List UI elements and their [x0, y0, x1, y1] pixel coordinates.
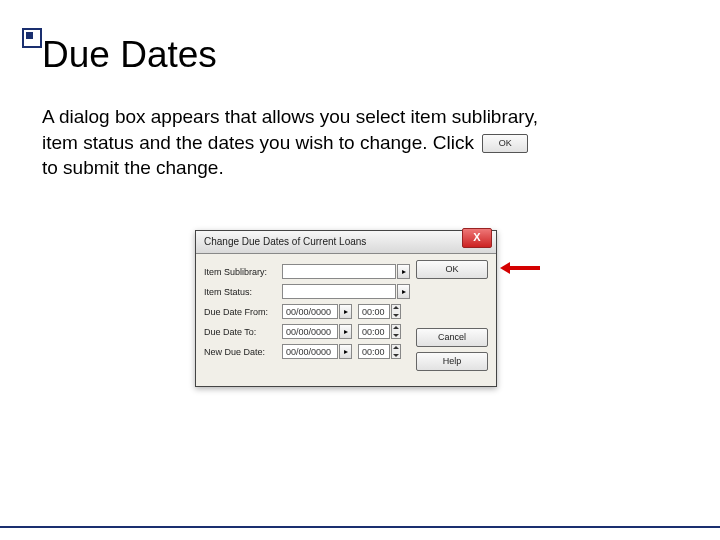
to-time-input[interactable]: 00:00	[358, 324, 390, 339]
sublibrary-label: Item Sublibrary:	[204, 267, 282, 277]
arrow-annotation	[500, 262, 540, 274]
to-time-spinner[interactable]	[391, 324, 401, 339]
footer-divider	[0, 526, 720, 528]
from-label: Due Date From:	[204, 307, 282, 317]
to-date-input[interactable]: 00/00/0000	[282, 324, 338, 339]
from-time-spinner[interactable]	[391, 304, 401, 319]
new-time-spinner[interactable]	[391, 344, 401, 359]
to-label: Due Date To:	[204, 327, 282, 337]
help-button[interactable]: Help	[416, 352, 488, 371]
inline-ok-button: OK	[482, 134, 528, 153]
page-title: Due Dates	[42, 34, 217, 76]
desc-line1: A dialog box appears that allows you sel…	[42, 106, 538, 127]
sublibrary-dropdown-icon[interactable]: ▸	[397, 264, 410, 279]
close-icon[interactable]: X	[462, 228, 492, 248]
ok-button[interactable]: OK	[416, 260, 488, 279]
new-time-input[interactable]: 00:00	[358, 344, 390, 359]
dialog-title: Change Due Dates of Current Loans	[204, 236, 366, 247]
from-date-input[interactable]: 00/00/0000	[282, 304, 338, 319]
status-input[interactable]	[282, 284, 396, 299]
desc-line3: to submit the change.	[42, 157, 224, 178]
change-due-dates-dialog: Change Due Dates of Current Loans X Item…	[195, 230, 497, 387]
new-date-input[interactable]: 00/00/0000	[282, 344, 338, 359]
from-time-input[interactable]: 00:00	[358, 304, 390, 319]
new-date-picker-icon[interactable]: ▸	[339, 344, 352, 359]
to-date-picker-icon[interactable]: ▸	[339, 324, 352, 339]
sublibrary-input[interactable]	[282, 264, 396, 279]
status-label: Item Status:	[204, 287, 282, 297]
desc-line2a: item status and the dates you wish to ch…	[42, 132, 474, 153]
dialog-titlebar: Change Due Dates of Current Loans X	[196, 231, 496, 254]
arrow-line	[508, 266, 540, 270]
from-date-picker-icon[interactable]: ▸	[339, 304, 352, 319]
description-paragraph: A dialog box appears that allows you sel…	[42, 104, 662, 181]
cancel-button[interactable]: Cancel	[416, 328, 488, 347]
new-label: New Due Date:	[204, 347, 282, 357]
title-bullet	[22, 28, 42, 48]
status-dropdown-icon[interactable]: ▸	[397, 284, 410, 299]
